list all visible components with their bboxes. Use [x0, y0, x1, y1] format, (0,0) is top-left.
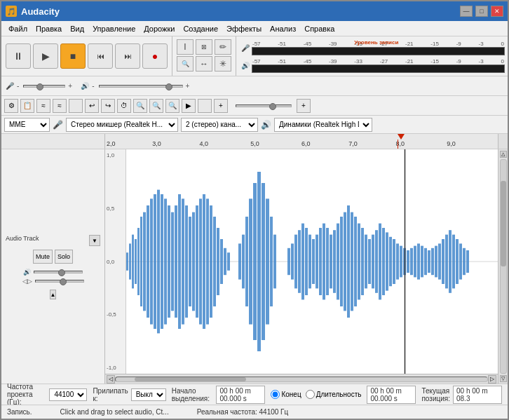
sel-end-value[interactable]: 00 h 00 m 00.000 s [367, 386, 416, 404]
svg-rect-27 [210, 205, 212, 318]
zoom-slider[interactable] [236, 104, 292, 107]
zoom-reset-btn[interactable]: + [297, 99, 311, 113]
title-bar: 🎵 Audacity — □ ✕ [1, 1, 508, 21]
svg-rect-94 [466, 250, 469, 273]
svg-rect-46 [298, 230, 301, 293]
menu-edit[interactable]: Правка [32, 23, 66, 34]
zoom-out2-btn[interactable]: 🔍 [165, 99, 179, 113]
menu-file[interactable]: Файл [4, 23, 32, 34]
cursor-tool[interactable]: I [177, 39, 194, 55]
edit-btn-2[interactable]: 📋 [20, 99, 34, 113]
output-volume-slider[interactable] [99, 85, 183, 88]
svg-rect-88 [445, 235, 448, 289]
h-scrollbar[interactable]: ◁ ▷ [105, 374, 498, 384]
svg-rect-5 [135, 239, 137, 284]
tools-toolbar: I ⊠ ✏ 🔍 ↔ ✳ [172, 36, 236, 76]
stop-button[interactable]: ■ [60, 43, 86, 69]
menu-view[interactable]: Вид [66, 23, 88, 34]
scroll-left-btn[interactable]: ◁ [107, 375, 115, 384]
svg-rect-10 [150, 198, 153, 324]
scroll-up-btn[interactable]: △ [500, 151, 507, 158]
svg-rect-81 [421, 246, 423, 278]
menu-generate[interactable]: Создание [179, 23, 222, 34]
scroll-right-btn[interactable]: ▷ [488, 375, 496, 384]
playhead-marker [398, 134, 405, 140]
zoom-in-tool[interactable]: 🔍 [177, 56, 194, 72]
svg-rect-22 [192, 212, 195, 311]
waveform-area[interactable]: 1,0 0,5 0,0 -0,5 -1,0 [105, 149, 498, 374]
svg-rect-50 [312, 239, 315, 284]
input-volume-slider[interactable] [23, 85, 65, 88]
timeline-ruler[interactable]: 2,0 3,0 4,0 5,0 6,0 7,0 8,0 9,0 [105, 134, 498, 149]
zoom-in2-btn[interactable]: ▶ [182, 99, 196, 113]
redo-btn[interactable]: ↪ [101, 99, 115, 113]
track-collapse-btn[interactable]: ▼ [89, 235, 100, 246]
svg-rect-9 [147, 205, 149, 318]
record-button[interactable]: ● [142, 43, 168, 69]
snap-select[interactable]: Выкл [131, 388, 166, 401]
multi-tool[interactable]: ✳ [215, 56, 231, 72]
track-pan-slider[interactable] [35, 280, 84, 283]
zoom-sel-btn[interactable]: 🔍 [133, 99, 147, 113]
undo-btn[interactable]: ↩ [85, 99, 99, 113]
v-scrollbar-thumb[interactable] [501, 181, 506, 266]
svg-rect-54 [326, 228, 329, 295]
svg-rect-44 [291, 243, 294, 279]
svg-rect-63 [358, 224, 360, 300]
end-length-group: Конец Длительность [271, 390, 361, 399]
pause-button[interactable]: ⏸ [6, 43, 31, 69]
length-radio[interactable] [306, 390, 315, 399]
device-toolbar: MME 🎤 Стерео микшер (Realtek H... 2 (сте… [1, 116, 508, 134]
prev-button[interactable]: ⏮ [88, 43, 113, 69]
zoom-out-tool[interactable]: ↔ [196, 56, 212, 72]
pencil-tool[interactable]: ✏ [215, 39, 231, 55]
sel-start-value[interactable]: 00 h 00 m 00.000 s [216, 386, 265, 404]
track-minimize-btn[interactable]: ▲ [50, 290, 57, 299]
scroll-down-btn[interactable]: ▽ [500, 375, 507, 382]
draw-btn[interactable]: + [214, 99, 228, 113]
host-select[interactable]: MME [4, 118, 50, 132]
mic-device-icon: 🎤 [53, 120, 63, 130]
h-scrollbar-thumb[interactable] [135, 377, 246, 381]
maximize-button[interactable]: □ [475, 6, 488, 17]
svg-rect-52 [319, 228, 322, 295]
channels-select[interactable]: 2 (стерео) кана... [181, 118, 258, 132]
silence-btn[interactable] [198, 99, 212, 113]
svg-rect-90 [452, 235, 455, 289]
pos-value[interactable]: 00 h 00 m 08.3 [453, 386, 502, 404]
svg-rect-36 [249, 198, 252, 324]
edit-btn-1[interactable]: ⚙ [4, 99, 18, 113]
trim-btn[interactable]: ⏱ [117, 99, 131, 113]
track-mute-btn[interactable]: Mute [33, 250, 53, 264]
edit-btn-3[interactable]: ≈ [36, 99, 50, 113]
h-scrollbar-track[interactable] [115, 377, 488, 382]
edit-btn-5[interactable] [69, 99, 83, 113]
minus2-icon: - [92, 82, 94, 90]
menu-help[interactable]: Справка [300, 23, 339, 34]
edit-btn-4[interactable]: ≈ [53, 99, 67, 113]
close-button[interactable]: ✕ [491, 6, 503, 17]
freq-select[interactable]: 44100 [49, 388, 87, 401]
menu-control[interactable]: Управление [88, 23, 140, 34]
minimize-button[interactable]: — [460, 6, 473, 17]
v-scrollbar-track[interactable] [500, 159, 507, 374]
v-scrollbar[interactable]: △ ▽ [498, 149, 508, 384]
menu-tracks[interactable]: Дорожки [140, 23, 179, 34]
output-device-select[interactable]: Динамики (Realtek High D... [274, 118, 372, 132]
menu-effects[interactable]: Эффекты [222, 23, 266, 34]
level-label: Уровень записи [354, 39, 398, 46]
track-solo-btn[interactable]: Solo [55, 250, 73, 264]
play-button[interactable]: ▶ [33, 43, 58, 69]
next-button[interactable]: ⏭ [115, 43, 140, 69]
svg-rect-13 [161, 194, 163, 329]
menu-bar: Файл Правка Вид Управление Дорожки Созда… [1, 21, 508, 36]
svg-rect-71 [386, 232, 388, 290]
zoom-fit-btn[interactable]: 🔍 [149, 99, 163, 113]
track-volume-slider[interactable] [34, 271, 83, 273]
end-radio[interactable] [271, 390, 280, 399]
menu-analyze[interactable]: Анализ [266, 23, 300, 34]
input-device-select[interactable]: Стерео микшер (Realtek H... [66, 118, 178, 132]
envelope-tool[interactable]: ⊠ [196, 39, 212, 55]
svg-rect-20 [185, 205, 188, 318]
svg-rect-15 [168, 205, 170, 318]
